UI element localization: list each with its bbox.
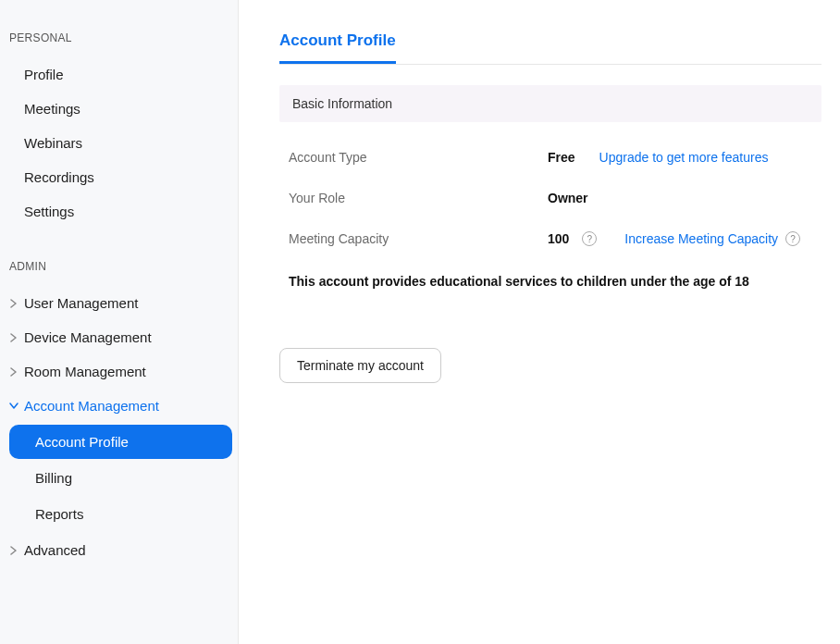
account-type-value: Free	[548, 150, 575, 165]
terminate-account-button[interactable]: Terminate my account	[279, 348, 441, 383]
row-your-role: Your Role Owner	[279, 178, 821, 218]
sidebar-item-label: Meetings	[24, 101, 80, 117]
sidebar-group-device-management[interactable]: Device Management	[0, 320, 238, 354]
panel-header-basic-information: Basic Information	[279, 85, 821, 122]
educational-notice: This account provides educational servic…	[279, 263, 821, 300]
sidebar-group-label: Account Management	[24, 398, 159, 414]
sidebar-item-label: Profile	[24, 67, 64, 82]
sidebar-group-advanced[interactable]: Advanced	[0, 533, 238, 567]
tabs: Account Profile	[279, 26, 821, 65]
sidebar-subitem-label: Account Profile	[35, 434, 129, 450]
role-value: Owner	[548, 191, 588, 205]
chevron-right-icon	[7, 546, 20, 555]
sidebar-item-settings[interactable]: Settings	[0, 194, 238, 229]
row-label: Account Type	[289, 150, 548, 165]
sidebar-item-webinars[interactable]: Webinars	[0, 126, 238, 160]
chevron-right-icon	[7, 333, 20, 342]
row-label: Meeting Capacity	[289, 231, 548, 246]
help-icon[interactable]: ?	[582, 231, 597, 246]
chevron-right-icon	[7, 299, 20, 308]
sidebar-group-account-management[interactable]: Account Management	[0, 389, 238, 423]
sidebar-section-personal: PERSONAL	[0, 26, 238, 50]
sidebar-group-label: Device Management	[24, 329, 152, 345]
sidebar-item-label: Settings	[24, 204, 74, 219]
sidebar-subitem-label: Reports	[35, 506, 84, 522]
increase-capacity-link[interactable]: Increase Meeting Capacity	[624, 231, 778, 246]
tab-account-profile[interactable]: Account Profile	[279, 26, 396, 64]
sidebar-subitem-label: Billing	[35, 470, 72, 486]
row-meeting-capacity: Meeting Capacity 100 ? Increase Meeting …	[279, 218, 821, 259]
sidebar-subitems-account-management: Account Profile Billing Reports	[0, 425, 238, 531]
chevron-down-icon	[7, 402, 20, 410]
sidebar-subitem-account-profile[interactable]: Account Profile	[9, 425, 232, 459]
sidebar-item-recordings[interactable]: Recordings	[0, 160, 238, 194]
help-icon[interactable]: ?	[785, 231, 800, 246]
sidebar-item-label: Recordings	[24, 169, 94, 185]
upgrade-link[interactable]: Upgrade to get more features	[599, 150, 769, 165]
row-account-type: Account Type Free Upgrade to get more fe…	[279, 137, 821, 178]
capacity-value: 100	[548, 231, 569, 246]
sidebar-subitem-reports[interactable]: Reports	[9, 497, 232, 531]
button-label: Terminate my account	[297, 358, 424, 373]
sidebar: PERSONAL Profile Meetings Webinars Recor…	[0, 0, 239, 644]
sidebar-item-label: Webinars	[24, 135, 82, 151]
sidebar-group-label: Room Management	[24, 364, 146, 379]
chevron-right-icon	[7, 367, 20, 377]
sidebar-group-label: Advanced	[24, 542, 86, 558]
tab-label: Account Profile	[279, 31, 396, 49]
row-label: Your Role	[289, 191, 548, 205]
sidebar-item-profile[interactable]: Profile	[0, 57, 238, 92]
sidebar-group-room-management[interactable]: Room Management	[0, 354, 238, 389]
sidebar-group-label: User Management	[24, 295, 138, 311]
main-content: Account Profile Basic Information Accoun…	[239, 0, 840, 644]
sidebar-section-admin: ADMIN	[0, 254, 238, 279]
sidebar-group-user-management[interactable]: User Management	[0, 286, 238, 320]
sidebar-subitem-billing[interactable]: Billing	[9, 461, 232, 495]
sidebar-item-meetings[interactable]: Meetings	[0, 92, 238, 126]
